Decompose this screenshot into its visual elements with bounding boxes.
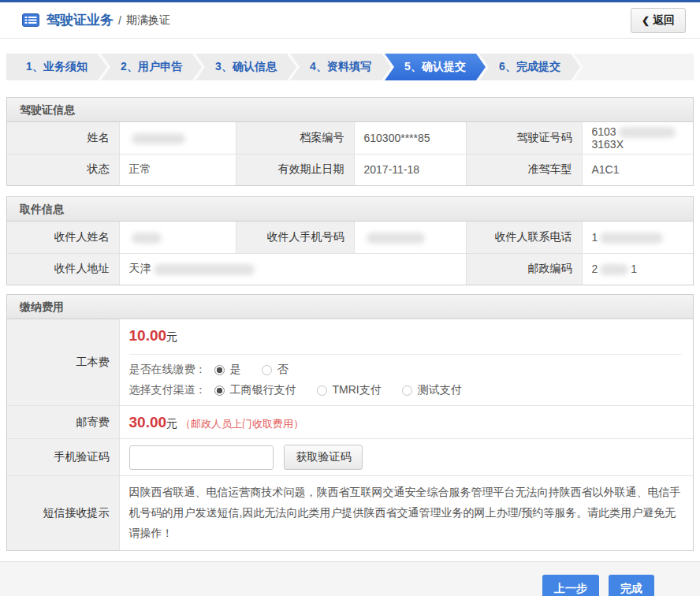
- radio-online-no[interactable]: 否: [262, 363, 289, 377]
- payment-table: 工本费 10.00元 是否在线缴费： 是 否 选择支付渠道： 工商银行支付 TM…: [7, 319, 693, 550]
- work-fee-label: 工本费: [7, 319, 119, 406]
- pay-channel-row: 选择支付渠道： 工商银行支付 TMRI支付 测试支付: [129, 383, 694, 397]
- license-no-label: 驾驶证号码: [466, 122, 582, 154]
- table-row: 收件人地址 天津 邮政编码 21: [7, 253, 693, 285]
- redacted-address: [154, 264, 255, 275]
- mail-fee-label: 邮寄费: [7, 406, 119, 439]
- valid-until-label: 有效期止日期: [236, 154, 354, 185]
- address-value: 天津: [119, 253, 466, 285]
- wizard-step-3: 3、确认信息: [195, 54, 296, 80]
- radio-unchecked-icon: [262, 365, 272, 375]
- license-info-header: 驾驶证信息: [7, 98, 693, 122]
- sms-tip-text: 因陕西省联通、电信运营商技术问题，陕西省互联网交通安全综合服务管理平台无法向持陕…: [119, 476, 693, 550]
- file-no-label: 档案编号: [236, 122, 354, 154]
- chevron-left-icon: ❮: [642, 15, 650, 26]
- table-row: 手机验证码 获取验证码: [7, 439, 693, 476]
- breadcrumb-current: 期满换证: [126, 13, 170, 28]
- get-code-button[interactable]: 获取验证码: [284, 445, 363, 470]
- wizard-step-1: 1、业务须知: [6, 54, 107, 80]
- payment-section: 缴纳费用 工本费 10.00元 是否在线缴费： 是 否 选择支付渠道： 工商银行…: [6, 294, 694, 551]
- recipient-name-label: 收件人姓名: [7, 222, 119, 253]
- back-button-label: 返回: [653, 13, 675, 26]
- vehicle-class-label: 准驾车型: [466, 154, 582, 185]
- radio-online-yes[interactable]: 是: [214, 363, 241, 377]
- back-button[interactable]: ❮返回: [631, 8, 686, 33]
- table-row: 收件人姓名 收件人手机号码 收件人联系电话 1: [7, 222, 693, 253]
- step-wizard: 1、业务须知 2、用户申告 3、确认信息 4、资料填写 5、确认提交 6、完成提…: [6, 54, 694, 80]
- mail-fee-note: （邮政人员上门收取费用）: [181, 418, 303, 430]
- table-row: 状态 正常 有效期止日期 2017-11-18 准驾车型 A1C1: [7, 154, 693, 185]
- radio-checked-icon: [214, 365, 225, 375]
- vehicle-class-value: A1C1: [582, 154, 693, 185]
- table-row: 姓名 档案编号 610300****85 驾驶证号码 61033163X: [7, 122, 693, 154]
- valid-until-value: 2017-11-18: [354, 154, 466, 185]
- finish-button[interactable]: 完成: [609, 575, 654, 596]
- recipient-tel-value: 1: [582, 222, 693, 253]
- wizard-step-6: 6、完成提交: [479, 54, 580, 80]
- table-row: 短信接收提示 因陕西省联通、电信运营商技术问题，陕西省互联网交通安全综合服务管理…: [7, 476, 693, 550]
- name-label: 姓名: [7, 122, 119, 154]
- status-label: 状态: [7, 154, 119, 185]
- license-info-section: 驾驶证信息 姓名 档案编号 610300****85 驾驶证号码 6103316…: [6, 97, 694, 186]
- table-row: 邮寄费 30.00元（邮政人员上门收取费用）: [7, 406, 693, 439]
- pay-channel-label: 选择支付渠道：: [129, 383, 207, 397]
- sms-code-label: 手机验证码: [7, 439, 119, 476]
- wizard-step-5-active: 5、确认提交: [385, 54, 486, 80]
- recipient-tel-label: 收件人联系电话: [466, 222, 582, 253]
- redacted-postcode: [600, 264, 628, 275]
- work-fee-amount: 10.00元: [129, 327, 694, 345]
- radio-channel-icbc[interactable]: 工商银行支付: [214, 383, 296, 397]
- redacted-license-no: [619, 127, 676, 138]
- mail-fee-cell: 30.00元（邮政人员上门收取费用）: [119, 406, 693, 439]
- work-fee-cell: 10.00元 是否在线缴费： 是 否 选择支付渠道： 工商银行支付 TMRI支付…: [119, 319, 693, 406]
- recipient-mobile-label: 收件人手机号码: [236, 222, 354, 253]
- wizard-step-2: 2、用户申告: [101, 54, 202, 80]
- list-icon: [22, 13, 39, 27]
- radio-unchecked-icon: [402, 386, 412, 396]
- wizard-step-4: 4、资料填写: [290, 54, 391, 80]
- recipient-mobile-value: [354, 222, 466, 253]
- previous-step-button[interactable]: 上一步: [542, 575, 599, 596]
- status-value: 正常: [119, 154, 236, 185]
- radio-channel-tmri[interactable]: TMRI支付: [317, 383, 382, 397]
- pickup-info-table: 收件人姓名 收件人手机号码 收件人联系电话 1 收件人地址 天津 邮政编码 21: [7, 222, 693, 285]
- redacted-mobile: [367, 233, 425, 244]
- table-row: 工本费 10.00元 是否在线缴费： 是 否 选择支付渠道： 工商银行支付 TM…: [7, 319, 693, 406]
- sms-code-cell: 获取验证码: [119, 439, 693, 476]
- radio-channel-test[interactable]: 测试支付: [402, 383, 462, 397]
- sms-tip-label: 短信接收提示: [7, 476, 119, 550]
- footer-bar: 上一步 完成: [0, 561, 700, 596]
- radio-checked-icon: [214, 386, 225, 396]
- divider: [129, 354, 682, 355]
- redacted-name: [132, 133, 185, 144]
- postcode-label: 邮政编码: [466, 253, 582, 285]
- license-no-value: 61033163X: [582, 122, 693, 154]
- pickup-info-header: 取件信息: [7, 197, 693, 222]
- recipient-name-value: [119, 222, 236, 253]
- license-info-table: 姓名 档案编号 610300****85 驾驶证号码 61033163X 状态 …: [7, 122, 693, 185]
- page-title: 驾驶证业务: [47, 11, 114, 29]
- postcode-value: 21: [582, 253, 693, 285]
- online-pay-label: 是否在线缴费：: [129, 363, 207, 377]
- breadcrumb-separator: /: [118, 14, 121, 27]
- name-value: [119, 122, 236, 154]
- payment-header: 缴纳费用: [7, 295, 693, 319]
- online-pay-row: 是否在线缴费： 是 否: [129, 363, 694, 377]
- wizard-filler: [574, 54, 694, 80]
- pickup-info-section: 取件信息 收件人姓名 收件人手机号码 收件人联系电话 1 收件人地址 天津 邮政…: [6, 196, 694, 285]
- page-header: 驾驶证业务 / 期满换证 ❮返回: [0, 2, 700, 39]
- radio-unchecked-icon: [317, 386, 327, 396]
- file-no-value: 610300****85: [354, 122, 466, 154]
- sms-code-input[interactable]: [129, 445, 274, 470]
- address-label: 收件人地址: [7, 253, 119, 285]
- redacted-tel: [600, 233, 663, 244]
- redacted-recipient-name: [132, 233, 162, 244]
